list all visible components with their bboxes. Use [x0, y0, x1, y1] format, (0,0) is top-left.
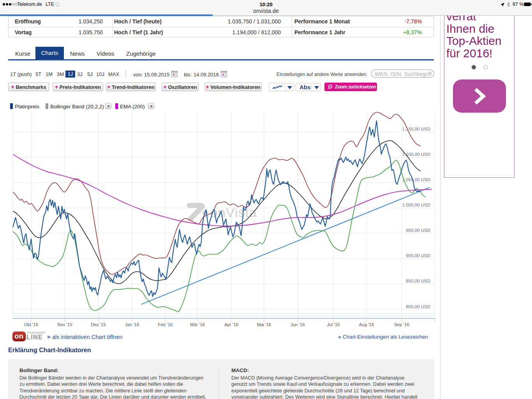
svg-text:850,00 USD: 850,00 USD — [406, 279, 430, 283]
svg-text:800,00 USD: 800,00 USD — [406, 304, 430, 309]
svg-text:Dez '15: Dez '15 — [91, 322, 106, 327]
svg-text:Nov '15: Nov '15 — [57, 322, 72, 327]
svg-text:900,00 USD: 900,00 USD — [406, 253, 430, 258]
svg-text:1.000,00 USD: 1.000,00 USD — [402, 203, 430, 207]
svg-text:Aug '16: Aug '16 — [359, 322, 374, 327]
svg-text:Feb '16: Feb '16 — [158, 322, 173, 327]
svg-text:Mai '16: Mai '16 — [257, 322, 271, 327]
svg-text:Mär '16: Mär '16 — [190, 322, 205, 327]
svg-text:Apr '16: Apr '16 — [224, 322, 238, 327]
svg-text:Jul '16: Jul '16 — [327, 322, 340, 327]
svg-text:Sep '16: Sep '16 — [394, 322, 409, 327]
svg-text:onVista: onVista — [210, 205, 257, 220]
svg-text:1.100,00 USD: 1.100,00 USD — [402, 152, 430, 157]
svg-text:950,00 USD: 950,00 USD — [406, 228, 430, 233]
svg-text:Okt '15: Okt '15 — [24, 322, 38, 327]
svg-text:1.050,00 USD: 1.050,00 USD — [402, 177, 430, 182]
svg-text:Jun '16: Jun '16 — [291, 322, 305, 327]
svg-text:Jan '16: Jan '16 — [125, 322, 139, 327]
